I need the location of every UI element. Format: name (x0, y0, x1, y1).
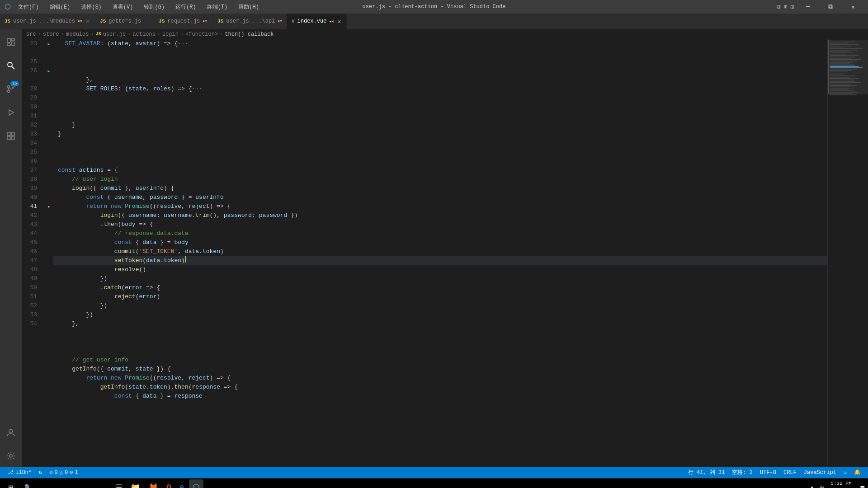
status-sync[interactable]: ↻ (35, 467, 46, 478)
breadcrumb-login[interactable]: login (162, 31, 179, 38)
svg-rect-12 (11, 132, 14, 136)
close-button[interactable]: ✕ (843, 0, 863, 14)
activity-source-control[interactable]: 15 (0, 78, 22, 100)
tab-user-modules[interactable]: JS user.js ...\modules ●M ✕ (0, 14, 95, 29)
line-numbers: 23 25 26 28 29 30 31 32 33 34 35 36 37 3… (22, 39, 44, 467)
breadcrumb-src[interactable]: src (26, 31, 36, 38)
title-bar-controls: ⧉ ⊞ ◫ ─ ⧉ ✕ (775, 0, 863, 14)
status-errors[interactable]: ⊘ 0 △ 0 ⊘ 1 (46, 467, 81, 478)
menu-file[interactable]: 文件(F) (14, 1, 42, 13)
tab-close-icon[interactable]: ✕ (85, 16, 90, 26)
menu-run[interactable]: 运行(R) (172, 1, 200, 13)
menu-view[interactable]: 查看(V) (109, 1, 137, 13)
tab-close-icon[interactable]: ✕ (336, 17, 342, 26)
menu-help[interactable]: 帮助(H) (235, 1, 263, 13)
activity-settings[interactable] (0, 445, 22, 467)
title-bar: ⬡ 文件(F) 编辑(E) 选择(S) 查看(V) 转到(G) 运行(R) 终端… (0, 0, 868, 14)
breadcrumb-modules[interactable]: modules (66, 31, 89, 38)
encoding-text: UTF-8 (760, 469, 776, 476)
code-line-23: SET_AVATAR: (state, avatar) => {··· (53, 39, 827, 48)
start-button[interactable]: ⊞ (2, 479, 20, 488)
status-cursor-position[interactable]: 行 41, 列 31 (684, 467, 729, 478)
activity-accounts[interactable] (0, 422, 22, 443)
minimap[interactable] (827, 39, 868, 467)
task-view-icon: ☰ (116, 483, 122, 488)
js-icon: JS (5, 19, 10, 24)
error-count: 0 (54, 469, 57, 476)
activity-explorer[interactable] (0, 31, 22, 53)
menu-terminal[interactable]: 终端(T) (203, 1, 231, 13)
status-branch[interactable]: ⎇ i18n* (4, 467, 35, 478)
code-line-45: reject(error) (53, 292, 827, 301)
menu-goto[interactable]: 转到(G) (140, 1, 168, 13)
tab-label: request.js (167, 18, 200, 24)
code-line-48: }, (53, 319, 827, 328)
warning-count: 0 (65, 469, 68, 476)
status-language[interactable]: JavaScript (800, 467, 840, 478)
editor-area: src › store › modules › JS user.js › act… (22, 29, 868, 467)
vscode-logo-icon: ⬡ (5, 2, 11, 11)
menu-select[interactable]: 选择(S) (77, 1, 105, 13)
eol-text: CRLF (783, 469, 797, 476)
file-explorer-button[interactable]: 📁 (127, 479, 144, 488)
office-button[interactable]: O (163, 479, 175, 488)
task-view-button[interactable]: ☰ (112, 479, 126, 488)
code-line-51: getInfo({ commit, state }) { (53, 365, 827, 374)
layout-button[interactable]: ⧉ ⊞ ◫ (775, 0, 796, 14)
show-desktop-button[interactable]: ⬒ (859, 483, 866, 488)
status-encoding[interactable]: UTF-8 (756, 467, 780, 478)
activity-extensions[interactable] (0, 125, 22, 147)
code-line-empty (53, 48, 827, 75)
error-icon: ⊘ (49, 469, 52, 476)
activity-debug[interactable] (0, 102, 22, 123)
code-line-44: .catch(error => { (53, 283, 827, 292)
status-feedback[interactable]: ☺ (840, 467, 850, 478)
activity-search[interactable] (0, 55, 22, 76)
ie-button[interactable]: e (176, 479, 188, 488)
office-icon: O (166, 483, 171, 488)
code-line-35: return new Promise((resolve, reject) => … (53, 202, 827, 211)
editor-content[interactable]: 23 25 26 28 29 30 31 32 33 34 35 36 37 3… (22, 39, 868, 467)
svg-line-5 (12, 66, 14, 69)
menu-edit[interactable]: 编辑(E) (46, 1, 74, 13)
svg-rect-3 (7, 44, 10, 46)
code-editor[interactable]: SET_AVATAR: (state, avatar) => {··· }, S… (53, 39, 827, 467)
breadcrumb-store[interactable]: store (43, 31, 59, 38)
tab-request[interactable]: JS request.js ●M (154, 14, 213, 29)
main-area: 15 (0, 29, 868, 467)
tab-getters[interactable]: JS getters.js (95, 14, 154, 29)
breadcrumb-actions[interactable]: actions (132, 31, 155, 38)
status-eol[interactable]: CRLF (780, 467, 800, 478)
gutter: ▶ ▶ ● (44, 39, 53, 467)
code-line-53: getInfo(state.token).then(response => { (53, 383, 827, 392)
js-icon-breadcrumb: JS (96, 32, 101, 37)
minimize-button[interactable]: ─ (797, 0, 818, 14)
modified-indicator: ●M (329, 19, 334, 23)
breadcrumb-function[interactable]: <function> (185, 31, 218, 38)
info-icon: ⊘ (70, 469, 73, 476)
warning-icon: △ (60, 469, 63, 476)
vscode-taskbar-button[interactable]: ⬡ (189, 479, 203, 488)
spaces-text: 空格: 2 (732, 469, 753, 476)
minimap-viewport (828, 40, 868, 94)
code-line-40: commit('SET_TOKEN', data.token) (53, 247, 827, 256)
status-notification[interactable]: 🔔 (850, 467, 864, 478)
taskbar-right: ▲ 中 5:32 PM2021/... ⬒ (811, 480, 866, 488)
tab-label: user.js ...\api (226, 18, 275, 24)
taskbar: ⊞ 🔍 ☰ 📁 🦊 O e ⬡ ▲ 中 5:32 PM2021/... ⬒ (0, 478, 868, 488)
code-line-43: }) (53, 274, 827, 283)
vue-icon: V (292, 19, 295, 24)
tab-index-vue[interactable]: V index.vue ●M ✕ (287, 14, 347, 29)
breadcrumb: src › store › modules › JS user.js › act… (22, 29, 868, 39)
search-button[interactable]: 🔍 (21, 479, 111, 488)
tab-user-api[interactable]: JS user.js ...\api ●M (213, 14, 287, 29)
firefox-button[interactable]: 🦊 (145, 479, 162, 488)
restore-button[interactable]: ⧉ (820, 0, 841, 14)
taskbar-time[interactable]: 5:32 PM2021/... (830, 480, 857, 488)
firefox-icon: 🦊 (148, 483, 158, 488)
status-spaces[interactable]: 空格: 2 (728, 467, 756, 478)
code-line-29: } (53, 130, 827, 139)
breadcrumb-user-js[interactable]: user.js (103, 31, 126, 38)
modified-indicator: ●M (78, 19, 82, 23)
tab-label: index.vue (297, 18, 327, 24)
